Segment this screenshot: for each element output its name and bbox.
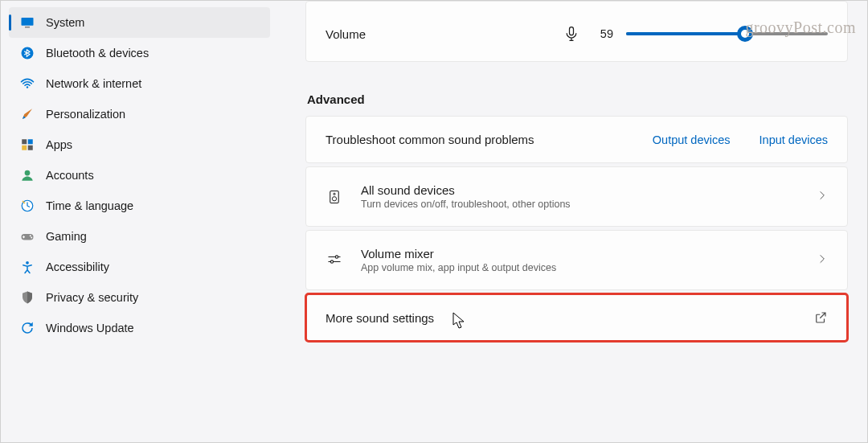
svg-point-12 [31,237,32,239]
all-devices-title: All sound devices [361,183,817,197]
display-icon [20,15,35,30]
svg-point-13 [26,261,29,265]
svg-point-3 [27,86,28,88]
svg-point-11 [30,235,31,236]
svg-rect-4 [22,139,27,144]
sidebar-item-label: Gaming [46,230,87,243]
sidebar-item-label: System [46,16,84,29]
truncated-header [326,2,828,8]
all-sound-devices-row[interactable]: All sound devices Turn devices on/off, t… [305,166,848,227]
watermark: groovyPost.com [745,18,856,37]
mixer-icon [326,252,343,269]
sidebar-item-label: Network & internet [46,77,141,90]
svg-rect-7 [28,146,33,150]
globe-clock-icon [20,199,35,213]
sidebar-item-windows-update[interactable]: Windows Update [9,313,270,343]
chevron-right-icon [817,190,828,204]
svg-point-19 [330,260,333,262]
accessibility-icon [20,260,35,274]
sidebar-item-accessibility[interactable]: Accessibility [9,252,270,282]
apps-icon [20,137,35,152]
main-content: groovyPost.com Volume 59 Advanced Troubl… [276,1,867,442]
more-sound-title: More sound settings [326,311,813,325]
chevron-right-icon [817,253,828,268]
microphone-icon[interactable] [563,26,579,42]
volume-label: Volume [326,27,551,41]
more-sound-settings-row[interactable]: More sound settings [305,293,848,342]
paintbrush-icon [20,107,35,121]
sidebar-item-time-language[interactable]: Time & language [9,191,270,221]
gamepad-icon [20,229,35,244]
output-devices-link[interactable]: Output devices [653,133,731,146]
sidebar-item-label: Privacy & security [46,291,138,304]
sidebar-item-label: Bluetooth & devices [46,47,149,59]
volume-mixer-row[interactable]: Volume mixer App volume mix, app input &… [305,230,848,290]
svg-point-17 [332,196,336,200]
svg-rect-0 [22,18,34,26]
svg-point-18 [335,255,338,257]
sidebar-item-apps[interactable]: Apps [9,129,270,160]
speaker-icon [326,188,343,206]
svg-point-16 [334,193,335,195]
svg-point-8 [25,170,31,176]
sidebar-item-label: Apps [46,138,72,151]
sidebar: System Bluetooth & devices Network & int… [1,1,276,442]
svg-rect-1 [25,27,30,27]
advanced-section-title: Advanced [307,92,848,106]
sidebar-item-privacy[interactable]: Privacy & security [9,282,270,313]
sidebar-item-network[interactable]: Network & internet [9,68,270,99]
mixer-title: Volume mixer [361,247,817,260]
bluetooth-icon [20,46,35,60]
person-icon [20,168,35,183]
sidebar-item-system[interactable]: System [9,7,270,38]
open-external-icon [813,310,828,325]
sidebar-item-personalization[interactable]: Personalization [9,99,270,129]
svg-rect-6 [22,146,27,150]
wifi-icon [20,76,35,91]
sidebar-item-bluetooth[interactable]: Bluetooth & devices [9,38,270,68]
sidebar-item-label: Accessibility [46,260,109,273]
sidebar-item-gaming[interactable]: Gaming [9,221,270,252]
mixer-sub: App volume mix, app input & output devic… [361,262,817,273]
sidebar-item-label: Windows Update [46,322,134,334]
volume-value: 59 [592,27,613,40]
shield-icon [20,290,35,305]
input-devices-link[interactable]: Input devices [760,133,828,146]
sidebar-item-label: Time & language [46,199,133,212]
troubleshoot-row: Troubleshoot common sound problems Outpu… [305,116,848,163]
update-icon [20,321,35,335]
svg-rect-5 [28,139,33,144]
sidebar-item-label: Accounts [46,169,94,182]
sidebar-item-label: Personalization [46,108,125,121]
troubleshoot-title: Troubleshoot common sound problems [326,133,624,146]
sidebar-item-accounts[interactable]: Accounts [9,160,270,191]
svg-rect-14 [570,27,574,35]
all-devices-sub: Turn devices on/off, troubleshoot, other… [361,199,817,210]
